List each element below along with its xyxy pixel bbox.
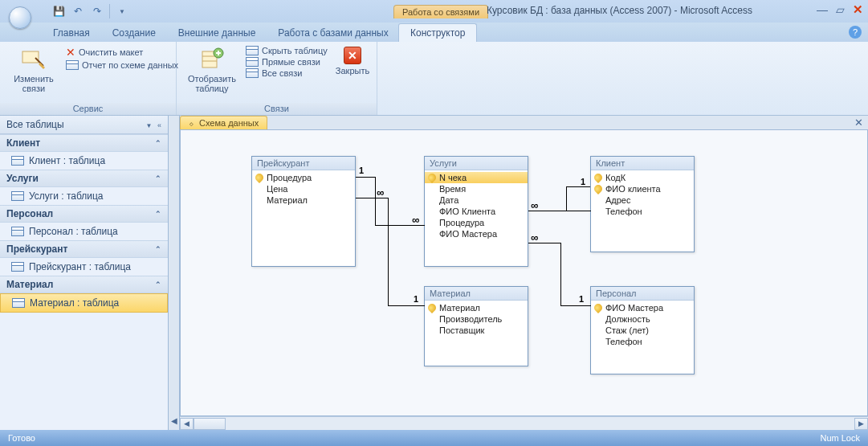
field-telefon[interactable]: Телефон [591,336,694,347]
field-vremya[interactable]: Время [425,183,528,194]
nav-group-preiskurant[interactable]: Прейскурант⌃ [0,240,168,258]
nav-item-uslugi-table[interactable]: Услуги : таблица [0,187,168,205]
table-icon [11,262,24,272]
show-table-button[interactable]: Отобразить таблицу [183,45,241,95]
field-fio-klienta[interactable]: ФИО Клиента [425,206,528,217]
all-relationships-button[interactable]: Все связи [246,68,328,79]
cardinality-many: ∞ [412,214,418,226]
clear-layout-button[interactable]: ✕Очистить макет [66,45,178,59]
ribbon: Изменить связи ✕Очистить макет Отчет по … [0,42,868,116]
svg-rect-0 [22,51,39,63]
edit-relationships-button[interactable]: Изменить связи [6,45,61,95]
hide-table-icon [246,46,259,55]
shutter-bar[interactable]: ◀ [169,116,180,430]
nav-item-personal-table[interactable]: Персонал : таблица [0,223,168,240]
nav-group-personal[interactable]: Персонал⌃ [0,205,168,223]
tab-design[interactable]: Конструктор [398,23,477,42]
tab-create[interactable]: Создание [101,24,167,42]
cardinality-one: 1 [414,294,418,304]
field-dolzhnost[interactable]: Должность [591,313,694,325]
cardinality-one: 1 [579,294,584,304]
field-telefon[interactable]: Телефон [591,206,694,217]
close-icon: ✕ [344,47,361,64]
ribbon-tabs: Главная Создание Внешние данные Работа с… [0,23,868,42]
field-kodk[interactable]: КодК [591,172,694,183]
undo-icon[interactable]: ↶ [71,4,85,18]
nav-group-klient[interactable]: Клиент⌃ [0,134,168,152]
table-icon [11,156,24,166]
relationships-canvas[interactable]: Прейскурант Процедура Цена Материал Услу… [180,129,868,416]
table-icon [11,191,24,201]
tab-home[interactable]: Главная [42,24,101,42]
contextual-tab-caption: Работа со связями [393,0,488,23]
nav-item-material-table[interactable]: Материал : таблица [0,293,168,313]
show-table-label: Отобразить таблицу [186,74,238,93]
qat-customize-icon[interactable]: ▼ [115,4,129,18]
direct-rel-icon [246,57,259,67]
status-ready: Готово [8,433,35,443]
entity-uslugi[interactable]: Услуги N чека Время Дата ФИО Клиента Про… [424,156,528,267]
scroll-thumb[interactable] [194,418,226,430]
cardinality-many: ∞ [377,186,382,198]
group-service-label: Сервис [0,103,176,115]
all-rel-icon [246,68,259,78]
status-bar: Готово Num Lock [0,430,868,446]
quick-access-toolbar: 💾 ↶ ↷ ▼ [51,4,129,18]
field-postavshchik[interactable]: Поставщик [425,325,528,336]
scroll-left-button[interactable]: ◀ [180,418,194,430]
nav-group-material[interactable]: Материал⌃ [0,276,168,293]
nav-group-uslugi[interactable]: Услуги⌃ [0,170,168,187]
field-stazh[interactable]: Стаж (лет) [591,325,694,336]
nav-pane-header[interactable]: Все таблицы ▼ « [0,116,168,134]
cardinality-one: 1 [359,166,364,175]
cardinality-many: ∞ [531,199,536,211]
group-relationships-label: Связи [177,103,377,115]
cardinality-one: 1 [581,177,585,186]
hide-table-button[interactable]: Скрыть таблицу [246,45,328,56]
window-title: Курсовик БД : база данных (Access 2007) … [487,5,752,16]
horizontal-scrollbar[interactable]: ◀ ▶ [180,416,868,430]
field-fio-mastera[interactable]: ФИО Мастера [591,302,694,313]
nav-item-preiskurant-table[interactable]: Прейскурант : таблица [0,258,168,276]
entity-material[interactable]: Материал Материал Производитель Поставщи… [424,286,528,366]
document-tab-schema[interactable]: ⬦ Схема данных [180,116,267,129]
entity-header: Персонал [591,287,694,301]
tab-database-tools[interactable]: Работа с базами данных [267,24,399,42]
collapse-nav-icon[interactable]: « [157,121,161,129]
field-material[interactable]: Материал [252,194,355,206]
field-tsena[interactable]: Цена [252,183,355,194]
field-fio-mastera[interactable]: ФИО Мастера [425,228,528,239]
relationship-report-button[interactable]: Отчет по схеме данных [66,59,178,71]
direct-relationships-button[interactable]: Прямые связи [246,56,328,68]
entity-personal[interactable]: Персонал ФИО Мастера Должность Стаж (лет… [590,286,695,374]
help-icon[interactable]: ? [849,26,862,39]
field-fio-klienta[interactable]: ФИО клиента [591,183,694,194]
entity-preiskurant[interactable]: Прейскурант Процедура Цена Материал [251,156,356,267]
nav-item-klient-table[interactable]: Клиент : таблица [0,152,168,170]
field-procedura[interactable]: Процедура [252,172,355,183]
field-proizvoditel[interactable]: Производитель [425,313,528,325]
tab-external-data[interactable]: Внешние данные [167,24,267,42]
close-label: Закрыть [336,66,369,76]
table-icon [12,298,25,308]
entity-header: Клиент [591,157,694,170]
office-button[interactable] [0,0,34,23]
entity-klient[interactable]: Клиент КодК ФИО клиента Адрес Телефон [590,156,695,252]
minimize-button[interactable]: — [817,3,828,16]
save-icon[interactable]: 💾 [51,4,66,18]
document-close-button[interactable]: ✕ [854,117,863,129]
field-material[interactable]: Материал [425,302,528,313]
scroll-right-button[interactable]: ▶ [854,418,868,430]
field-procedura[interactable]: Процедура [425,217,528,228]
entity-header: Прейскурант [252,157,355,170]
cardinality-many: ∞ [531,231,536,243]
close-relationships-button[interactable]: ✕ Закрыть [332,45,373,77]
redo-icon[interactable]: ↷ [90,4,104,18]
field-n-cheka[interactable]: N чека [425,172,528,183]
field-data[interactable]: Дата [425,194,528,206]
field-adres[interactable]: Адрес [591,194,694,206]
maximize-button[interactable]: ▱ [836,3,845,16]
close-button[interactable]: ✕ [853,2,863,17]
report-icon [66,60,79,70]
edit-relationships-label: Изменить связи [10,74,58,93]
